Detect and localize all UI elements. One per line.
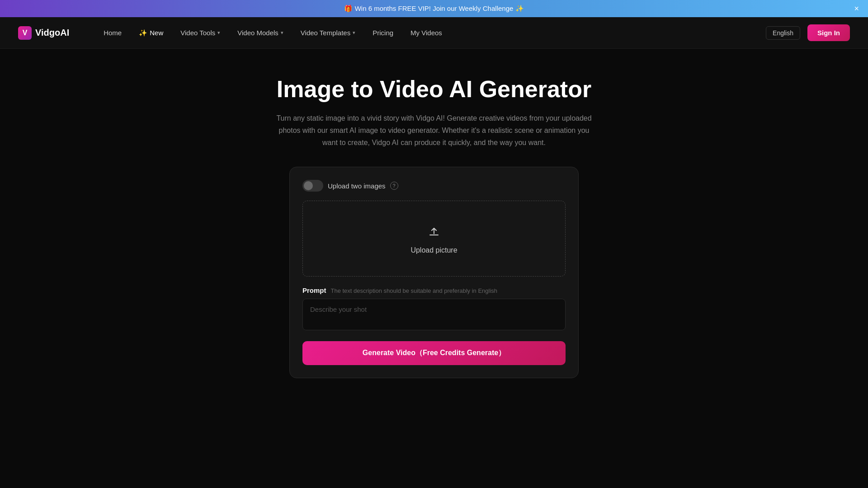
svg-rect-0 [429, 235, 439, 235]
generate-button[interactable]: Generate Video（Free Credits Generate） [302, 341, 566, 365]
page-title: Image to Video AI Generator [277, 76, 591, 103]
nav-item-my-videos[interactable]: My Videos [403, 25, 449, 40]
generator-card: Upload two images ? Upload picture Promp… [289, 167, 579, 378]
toggle-label: Upload two images [328, 182, 386, 190]
nav-item-home[interactable]: Home [96, 25, 129, 40]
nav-item-new[interactable]: ✨ New [132, 25, 170, 41]
banner-close-button[interactable]: × [854, 5, 859, 13]
prompt-textarea[interactable] [302, 299, 566, 330]
nav-item-video-models[interactable]: Video Models ▾ [230, 25, 291, 40]
logo-text: VidgoAI [35, 28, 69, 38]
nav-item-pricing[interactable]: Pricing [365, 25, 401, 40]
page-description: Turn any static image into a vivid story… [271, 112, 597, 149]
prompt-title: Prompt [302, 286, 326, 294]
logo-link[interactable]: V VidgoAI [18, 26, 69, 40]
info-icon[interactable]: ? [390, 182, 398, 190]
sparkle-icon: ✨ [139, 29, 147, 37]
main-content: Image to Video AI Generator Turn any sta… [0, 49, 868, 396]
sign-in-button[interactable]: Sign In [807, 24, 850, 41]
nav-item-video-tools[interactable]: Video Tools ▾ [173, 25, 227, 40]
banner-text: 🎁 Win 6 months FREE VIP! Join our Weekly… [9, 5, 859, 13]
prompt-hint: The text description should be suitable … [331, 287, 498, 294]
nav-links: Home ✨ New Video Tools ▾ Video Models ▾ … [96, 25, 766, 41]
language-button[interactable]: English [766, 26, 800, 40]
toggle-row: Upload two images ? [302, 180, 566, 192]
upload-area[interactable]: Upload picture [302, 201, 566, 277]
promo-banner: 🎁 Win 6 months FREE VIP! Join our Weekly… [0, 0, 868, 17]
chevron-down-icon: ▾ [281, 30, 283, 36]
chevron-down-icon: ▾ [353, 30, 355, 36]
chevron-down-icon: ▾ [217, 30, 220, 36]
logo-icon: V [18, 26, 32, 40]
upload-two-images-toggle[interactable] [302, 180, 323, 192]
nav-right: English Sign In [766, 24, 850, 41]
upload-label: Upload picture [410, 246, 457, 254]
prompt-row: Prompt The text description should be su… [302, 286, 566, 294]
nav-item-video-templates[interactable]: Video Templates ▾ [293, 25, 363, 40]
navbar: V VidgoAI Home ✨ New Video Tools ▾ Video… [0, 17, 868, 49]
upload-icon [426, 223, 442, 241]
